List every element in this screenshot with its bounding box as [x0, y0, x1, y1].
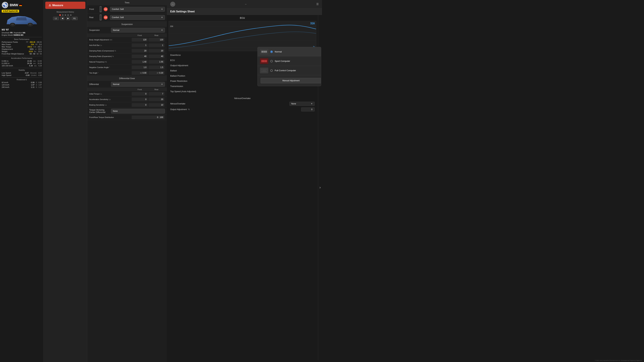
damping-exp-front[interactable]: 40 — [132, 54, 148, 58]
high-speed-row: High Speed -0.80 (Under) -0.80 — [2, 74, 42, 76]
divider-4 — [2, 77, 42, 78]
manual-adj-container: Manual Adjustment — [258, 75, 321, 86]
low-speed-row: Low Speed -0.07 (Neutral) -0.07 — [2, 72, 42, 74]
accel-sens-row: Acceleration Sensitivity Lv. 0 20 — [87, 97, 167, 102]
car-header: BMW 🇩🇪 — [2, 2, 42, 8]
toe-row: Toe Angle ° ↕↕ 0.00 ↕↑ 0.20 — [87, 70, 167, 76]
front-tire-dropdown[interactable]: Comfort: Soft ▼ — [110, 7, 165, 11]
bmw-logo — [2, 2, 8, 8]
svg-point-3 — [11, 23, 14, 25]
nav-prev[interactable]: ◀ — [60, 16, 64, 20]
nav-controls: L1 ◀ ▶ R1 — [45, 16, 85, 20]
front-rear-dist-row: Front/Rear Torque Distribution 0 : 100 — [87, 115, 167, 120]
rear-column-header: Rear — [148, 34, 165, 36]
chart-258: 258 — [170, 25, 173, 27]
damping-exp-rear[interactable]: 40 — [148, 54, 164, 58]
top-bar-dots[interactable]: ··· — [170, 2, 175, 7]
braking-front[interactable]: 0 — [132, 103, 148, 107]
torque-vec-dropdown[interactable]: None — [111, 109, 165, 113]
car-image — [2, 13, 42, 27]
car-engine: Engine Model S50B32-M3 — [2, 34, 42, 36]
damping-comp-row: Damping Ratio (Compression) % 20 20 — [87, 48, 167, 54]
settings-item-top-speed[interactable]: Top Speed (Auto Adjusted) — [168, 89, 316, 94]
ecu-dropdown-popup: Normal Sport Computer — [258, 47, 321, 86]
suspension-row: Suspension Normal ▼ — [87, 27, 167, 34]
manual-adj-button[interactable]: Manual Adjustment — [260, 78, 321, 83]
body-height-rear[interactable]: 120 — [148, 38, 164, 41]
initial-torque-row: Initial Torque Lv. 0 7 — [87, 91, 167, 97]
0-400-row: 0-400 m 13.46 sec. 13.46 — [2, 60, 42, 62]
nitrous-section: Nitrous/Overtake Nitrous/Overtake None ▼… — [168, 95, 316, 114]
0-1000-row: 0-1000 m 24.39 sec. 24.39 — [2, 62, 42, 64]
natural-freq-row: Natural Frequency Hz 1.40 1.55 — [87, 59, 167, 65]
braking-rear[interactable]: 10 — [148, 103, 164, 107]
accel-front[interactable]: 0 — [132, 97, 148, 101]
menu-icon[interactable]: ☰ — [316, 2, 319, 6]
chevron-down-icon-2: ▼ — [161, 16, 163, 18]
svg-rect-8 — [100, 7, 101, 11]
body-height-front[interactable]: 120 — [132, 38, 148, 41]
suspension-label: Suspension — [89, 29, 109, 31]
measure-button[interactable]: Measure — [45, 2, 85, 9]
ecu-option-sport[interactable]: Sport Computer — [258, 56, 321, 66]
60kmh-row: 60 km/h 0.99 G 0.99 — [2, 81, 42, 84]
normal-radio — [270, 51, 273, 53]
nav-l1[interactable]: L1 — [53, 17, 59, 20]
output-adj-row: Output Adjustment % 0 — [170, 107, 314, 112]
differential-label: Differential — [89, 83, 109, 85]
initial-front[interactable]: 0 — [132, 92, 148, 96]
rear-tire-row: Rear CS Comfort: Soft ▼ — [87, 13, 167, 22]
nav-next[interactable]: ▶ — [66, 16, 70, 20]
normal-ecu-icon — [260, 49, 268, 55]
toe-rear[interactable]: ↕↑ 0.20 — [148, 71, 164, 75]
suspension-dropdown[interactable]: Normal ▼ — [111, 28, 165, 32]
differential-row: Differential Normal ▼ — [87, 81, 167, 88]
neg-camber-rear[interactable]: 1.5 — [148, 65, 164, 69]
brand-name: BMW — [10, 3, 18, 7]
ecu-option-full[interactable]: Full Control Computer — [258, 66, 321, 75]
accel-title: Acceleration Performance — [2, 57, 42, 59]
differential-dropdown[interactable]: Normal ▼ — [111, 82, 165, 87]
balance-row: Front-Rear Weight Balance 50 : 50 50 : 5… — [2, 53, 42, 55]
ecu-option-normal[interactable]: Normal — [258, 47, 321, 56]
toe-front[interactable]: ↕↕ 0.00 — [132, 71, 148, 75]
neg-camber-front[interactable]: 1.0 — [132, 65, 148, 69]
svg-rect-21 — [263, 60, 264, 62]
output-adj-value[interactable]: 0 — [301, 107, 314, 111]
120kmh-row: 120 km/h 1.07 G 1.07 — [2, 84, 42, 86]
edit-settings-title: Edit Settings Sheet — [170, 10, 195, 13]
rotational-title: Rotational G — [2, 79, 42, 81]
accel-rear[interactable]: 20 — [148, 97, 164, 101]
car-drivetrain: Drivetrain FR / Aspiration NA — [2, 32, 42, 34]
diff-front-header: Front — [131, 88, 148, 90]
edit-settings-header: Edit Settings Sheet — [167, 8, 322, 15]
history-dot-5 — [70, 14, 72, 16]
history-dot-1 — [59, 14, 61, 16]
anti-roll-front[interactable]: 1 — [132, 43, 148, 47]
rear-tire-dropdown[interactable]: Comfort: Soft ▼ — [110, 15, 165, 20]
svg-rect-17 — [264, 51, 265, 52]
ecu-chart: 316 258 fp 900 rpm 7700 — [168, 21, 316, 51]
torque-vec-row: Torque-Vectoring Center Differential Non… — [87, 108, 167, 115]
natural-freq-rear[interactable]: 1.55 — [148, 60, 164, 64]
front-rear-dist-val[interactable]: 0 : 100 — [132, 115, 164, 119]
natural-freq-front[interactable]: 1.40 — [132, 60, 148, 64]
svg-rect-20 — [262, 60, 263, 62]
initial-rear[interactable]: 7 — [148, 92, 164, 96]
anti-roll-rear[interactable]: 1 — [148, 43, 164, 47]
damping-comp-front[interactable]: 20 — [132, 49, 148, 53]
chevron-down-icon-5: ▼ — [311, 103, 313, 105]
car-model: M3 '97 — [2, 28, 42, 31]
chevron-down-icon-4: ▼ — [161, 83, 163, 85]
setup-panel: Measure Measurement History L1 ◀ ▶ R1 — [44, 0, 87, 181]
damping-comp-rear[interactable]: 20 — [148, 49, 164, 53]
front-tire-row: Front CS Comfort: Soft ▼ — [87, 5, 167, 13]
rear-tire-icon — [99, 14, 102, 20]
240kmh-row: 240 km/h 1.11 G 1.11 — [2, 86, 42, 88]
front-tire-label: Front — [89, 8, 98, 10]
svg-point-5 — [28, 23, 32, 25]
measurement-history-label: Measurement History — [45, 11, 85, 13]
nitrous-dropdown[interactable]: None ▼ — [290, 102, 314, 106]
full-label: Full Control Computer — [275, 69, 296, 72]
nav-r1[interactable]: R1 — [72, 17, 78, 20]
